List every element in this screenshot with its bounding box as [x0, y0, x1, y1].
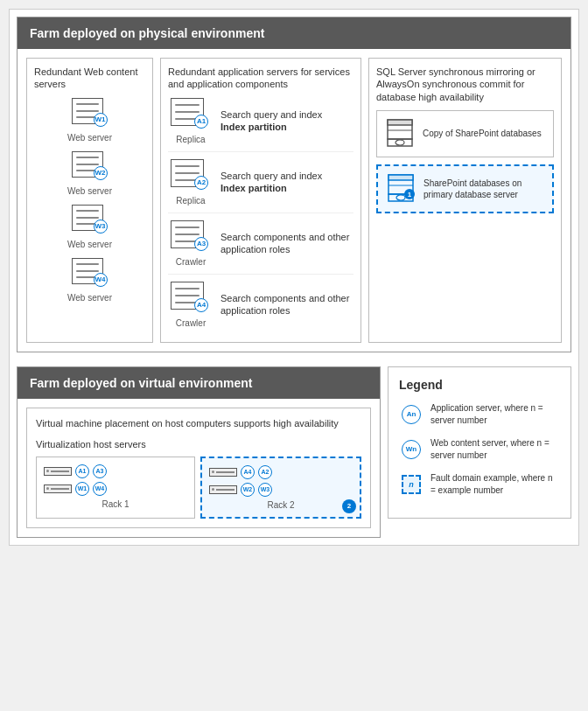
server-line — [175, 104, 200, 106]
web-server-item-3: W3 Web server — [34, 205, 145, 249]
server-box: A3 — [171, 220, 204, 248]
app-server-icon-A3: A3 — [171, 220, 211, 255]
rack-server-icon-2 — [44, 484, 72, 493]
legend-circle-web: Wn — [402, 440, 421, 459]
rack2-badge-W3: W3 — [258, 483, 272, 497]
legend-icon-fault: n — [399, 472, 424, 497]
web-server-label-4: Web server — [67, 293, 112, 303]
app-icon-label-A3: Crawler — [176, 257, 206, 267]
sql-db-primary-text: SharePoint databases on primary database… — [424, 178, 545, 200]
server-line — [76, 263, 99, 265]
app-icon-wrap-A2: A2 Replica — [168, 159, 214, 206]
rack2-badge-A2: A2 — [258, 465, 272, 479]
col-web: Redundant Web content servers W1 Web ser… — [26, 58, 153, 343]
app-desc-line1-A3: Search components and other application … — [220, 232, 349, 254]
badge-W4: W4 — [94, 273, 108, 287]
db-icon-primary: 1 — [385, 173, 416, 205]
col-app-header: Redundant application servers for servic… — [168, 66, 354, 91]
legend-icon-app: An — [399, 402, 424, 427]
server-line — [76, 217, 99, 219]
farm-virtual-title: Farm deployed on virtual environment — [30, 376, 252, 390]
svg-point-9 — [396, 195, 405, 200]
vm-placement-box: Virtual machine placement on host comput… — [26, 408, 371, 528]
rack1-label: Rack 1 — [44, 499, 187, 509]
server-line — [76, 110, 99, 112]
server-line — [76, 164, 99, 165]
farm-virtual-header: Farm deployed on virtual environment — [18, 367, 380, 399]
server-box: W4 — [72, 258, 103, 284]
rack1-box: A1 A3 W1 W4 Rack 1 — [36, 457, 195, 519]
rack2-badge-A4: A4 — [241, 465, 255, 479]
server-line — [175, 295, 200, 296]
badge-W2: W2 — [94, 166, 108, 180]
legend-text-fault: Fault domain example, where n = example … — [430, 472, 560, 497]
app-server-icon-A4: A4 — [171, 282, 211, 317]
web-server-item-4: W4 Web server — [34, 258, 145, 303]
app-icon-wrap-A1: A1 Replica — [168, 98, 214, 144]
legend-item-web: Wn Web content server, where n = server … — [399, 437, 560, 462]
badge-A3: A3 — [194, 237, 208, 251]
app-desc-A2: Search query and index Index partition — [220, 170, 354, 195]
app-row-A1: A1 Replica Search query and index Index … — [168, 98, 354, 152]
badge-W1: W1 — [94, 113, 108, 127]
farm-physical-title: Farm deployed on physical environment — [30, 26, 264, 40]
rack1-badge-W1: W1 — [75, 482, 89, 496]
main-container: Farm deployed on physical environment Re… — [9, 9, 579, 546]
db-svg-primary: 1 — [385, 173, 416, 205]
racks-container: A1 A3 W1 W4 Rack 1 — [36, 457, 361, 519]
web-server-label-3: Web server — [67, 240, 112, 249]
app-desc-A4: Search components and other application … — [220, 292, 354, 317]
legend-text-web: Web content server, where n = server num… — [430, 437, 560, 462]
app-row-A4: A4 Crawler Search components and other a… — [168, 282, 354, 335]
app-desc-line2-A1: Index partition — [220, 122, 287, 132]
rack1-badge-A3: A3 — [93, 464, 107, 478]
web-server-icon-3: W3 — [72, 205, 108, 238]
web-server-label-1: Web server — [67, 133, 112, 143]
legend-icon-web: Wn — [399, 437, 424, 462]
server-line — [76, 157, 99, 158]
app-icon-wrap-A4: A4 Crawler — [168, 282, 214, 328]
server-line — [175, 111, 200, 113]
rack1-badge-W4: W4 — [93, 482, 107, 496]
legend-item-app: An Application server, where n = server … — [399, 402, 560, 427]
rack2-row2: W2 W3 — [209, 483, 353, 497]
vm-placement-title: Virtual machine placement on host comput… — [36, 417, 361, 430]
vm-host-label: Virtualization host servers — [36, 439, 361, 450]
server-line — [76, 103, 99, 105]
server-box: A4 — [171, 282, 204, 310]
sql-db-primary: 1 SharePoint databases on primary databa… — [376, 164, 554, 213]
server-box: W2 — [72, 151, 103, 178]
badge-A2: A2 — [194, 176, 208, 190]
rack2-box: A4 A2 W2 W3 Rack 2 — [200, 457, 361, 519]
db-svg-copy — [384, 118, 416, 150]
legend-dashed-box: n — [402, 475, 421, 494]
app-row-A3: A3 Crawler Search components and other a… — [168, 220, 354, 275]
svg-rect-1 — [388, 120, 412, 125]
sql-db-copy: Copy of SharePoint databases — [376, 110, 554, 157]
app-icon-wrap-A3: A3 Crawler — [168, 220, 214, 267]
bottom-section: Farm deployed on virtual environment Vir… — [10, 359, 578, 545]
svg-text:1: 1 — [408, 191, 412, 199]
farm-virtual-body: Virtual machine placement on host comput… — [18, 399, 380, 537]
app-server-icon-A2: A2 — [171, 159, 211, 194]
farm-virtual-section: Farm deployed on virtual environment Vir… — [17, 366, 381, 538]
server-line — [76, 270, 99, 272]
app-desc-line1-A2: Search query and index — [220, 171, 322, 181]
legend-text-app: Application server, where n = server num… — [430, 402, 560, 427]
web-server-item-2: W2 Web server — [34, 151, 145, 196]
server-line — [175, 288, 200, 289]
web-server-icon-4: W4 — [72, 258, 108, 291]
web-server-label-2: Web server — [67, 186, 112, 196]
server-line — [175, 234, 200, 235]
web-server-icon-1: W1 — [72, 98, 108, 131]
legend-circle-app: An — [402, 405, 421, 424]
farm-physical-body: Redundant Web content servers W1 Web ser… — [18, 49, 570, 352]
app-icon-label-A2: Replica — [176, 196, 205, 206]
server-box: A2 — [171, 159, 204, 187]
db-icon-copy — [384, 118, 416, 150]
rack-server-icon-3 — [209, 468, 237, 477]
legend-item-fault: n Fault domain example, where n = exampl… — [399, 472, 560, 497]
app-row-A2: A2 Replica Search query and index Index … — [168, 159, 354, 213]
badge-A1: A1 — [194, 115, 208, 129]
rack-server-icon-4 — [209, 485, 237, 494]
